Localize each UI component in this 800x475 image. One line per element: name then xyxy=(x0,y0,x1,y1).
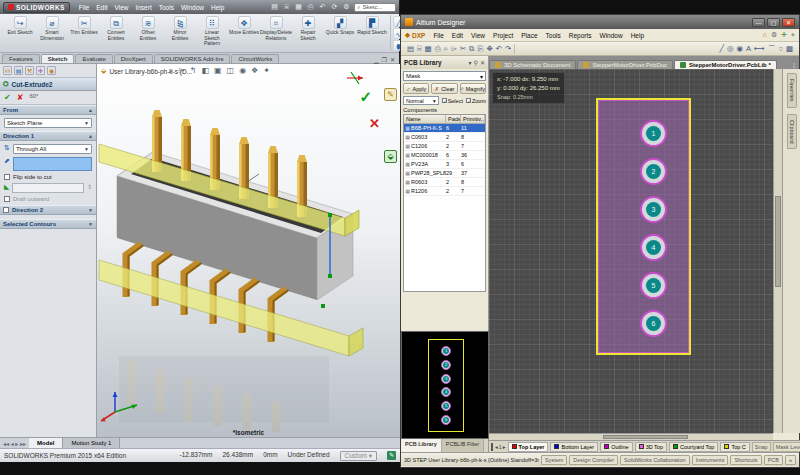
ribbon-tab[interactable]: DimXpert xyxy=(114,54,153,63)
maximize-button[interactable]: ▢ xyxy=(767,18,780,27)
pad-icon[interactable]: ◎ xyxy=(727,44,734,53)
toolbar-button[interactable]: ✂ Trim Entities xyxy=(69,16,99,36)
side-panel-tab[interactable]: Clipboard xyxy=(787,114,797,150)
panel-access-button[interactable]: » xyxy=(785,455,796,465)
ribbon-tab[interactable]: Sketch xyxy=(41,54,75,63)
layer-tab[interactable]: Outline xyxy=(600,442,632,452)
menu-item[interactable]: Reports xyxy=(569,32,592,39)
dxp-menu[interactable]: ◆ DXP xyxy=(405,31,425,39)
pad[interactable]: 1 xyxy=(640,120,667,147)
minimize-button[interactable]: — xyxy=(752,18,765,27)
save-icon[interactable]: ▦ xyxy=(294,3,303,11)
chevron-down-icon[interactable]: ▾ xyxy=(469,59,472,66)
document-tab[interactable]: 3D Schematic Document xyxy=(489,60,576,69)
print-icon[interactable]: ⎙ xyxy=(306,3,315,11)
tab-scroll-arrows[interactable]: ◂◂ ◂ ▸ ▸▸ xyxy=(0,440,29,447)
arc-icon[interactable]: ⌒ xyxy=(768,44,776,54)
restore-icon[interactable]: ❐ xyxy=(382,56,387,63)
layer-tab[interactable]: Courtyard Top xyxy=(669,442,718,452)
new-icon[interactable]: ▤ xyxy=(270,3,279,11)
menu-item[interactable]: Tools xyxy=(546,32,561,39)
sketch-exit-corner-icon[interactable]: ✎ xyxy=(384,88,397,101)
toolbar-button[interactable]: ⧉ Convert Entities xyxy=(101,16,131,41)
menu-item[interactable]: Window xyxy=(600,32,623,39)
menu-item[interactable]: View xyxy=(471,32,485,39)
toolbar-button[interactable]: ↪ Exit Sketch xyxy=(5,16,35,36)
select-checkbox[interactable]: ✓ Select xyxy=(442,98,463,104)
menu-item[interactable]: Insert xyxy=(135,4,151,11)
ribbon-tab[interactable]: Evaluate xyxy=(75,54,112,63)
reverse-direction-icon[interactable]: ⇅ xyxy=(4,144,10,152)
line-icon[interactable]: ╱ xyxy=(719,44,724,53)
graphics-viewport[interactable]: ⬙ User Library-b6b-ph-k-s (D... ⌕⌲↰◧▣◫◉❖… xyxy=(97,64,400,437)
layer-tab[interactable]: 3D Top xyxy=(635,442,667,452)
apply-button[interactable]: ✓ Apply xyxy=(403,83,429,94)
toolbar-button[interactable]: ≋ Offset Entities xyxy=(133,16,163,41)
document-tab[interactable]: StepperMotorDriver.PcbDoc xyxy=(577,60,673,69)
copy-icon[interactable]: ⧉ xyxy=(469,44,474,54)
magnify-button[interactable]: ⌕ Magnify xyxy=(460,83,486,94)
pad[interactable]: 5 xyxy=(640,272,667,299)
undo-icon[interactable]: ↶ xyxy=(318,3,327,11)
model-tab[interactable]: Motion Study 1 xyxy=(63,438,120,448)
paste-icon[interactable]: ⎘ xyxy=(477,44,483,54)
arrange-icon[interactable]: ✛ xyxy=(781,31,787,39)
configuration-tab-icon[interactable]: ⚒ xyxy=(25,66,34,75)
component-row[interactable]: ▦ B6B-PH-K-S 6 11 xyxy=(404,124,485,133)
move-icon[interactable]: ✥ xyxy=(486,44,492,53)
menu-item[interactable]: Tools xyxy=(159,4,174,11)
model-tab[interactable]: Model xyxy=(29,438,63,448)
pin-icon[interactable]: ⚲ xyxy=(474,59,478,66)
menu-item[interactable]: Project xyxy=(493,32,513,39)
close-icon[interactable]: ✕ xyxy=(480,59,485,66)
toolbar-button[interactable]: ▛ Rapid Sketch xyxy=(357,16,387,36)
document-tab[interactable]: StepperMotorDriver.PcbLib * xyxy=(674,60,777,69)
draft-icon[interactable]: ◣ xyxy=(4,183,9,191)
layer-bar-button[interactable]: Mask Level xyxy=(773,442,800,452)
toolbar-button[interactable]: ✚ Repair Sketch xyxy=(293,16,323,41)
side-panel-tab[interactable]: Favorites xyxy=(787,73,797,108)
pcb-editor-canvas[interactable]: x: -7.000 dx: 9.250 mm y: 0.000 dy: 26.2… xyxy=(489,69,773,433)
menu-item[interactable]: Edit xyxy=(96,4,107,11)
layer-tab[interactable]: Top C xyxy=(720,442,749,452)
panel-access-button[interactable]: Shortcuts xyxy=(730,455,761,465)
menu-item[interactable]: Place xyxy=(521,32,537,39)
clear-button[interactable]: ✗ Clear xyxy=(431,83,457,94)
menu-item[interactable]: Help xyxy=(211,4,224,11)
rebuild-icon[interactable]: ⟳ xyxy=(330,3,339,11)
component-row[interactable]: ▦ PV23A 3 6 xyxy=(404,160,485,169)
direction1-section-header[interactable]: Direction 1 ▲ xyxy=(0,131,96,141)
pcb-library-panel-header[interactable]: PCB Library ▾ ⚲ ✕ xyxy=(401,56,489,69)
options-icon[interactable]: ⚙ xyxy=(342,3,351,11)
open-icon[interactable]: ⌸ xyxy=(282,3,291,11)
open-icon[interactable]: ⌸ xyxy=(417,44,422,54)
canvas-horizontal-scrollbar[interactable] xyxy=(489,433,773,440)
circle-icon[interactable]: ○ xyxy=(778,44,783,53)
end-condition-dropdown[interactable]: Through All ▼ xyxy=(13,144,92,154)
zoom-area-icon[interactable]: ⌲ xyxy=(451,44,457,54)
panel-access-button[interactable]: PCB xyxy=(764,455,783,465)
component-row[interactable]: ▦ C1206 2 7 xyxy=(404,142,485,151)
tab-overflow-icon[interactable]: ⁞ xyxy=(789,62,799,69)
confirm-ok-button[interactable]: ✓ xyxy=(359,88,372,106)
menu-item[interactable]: Edit xyxy=(452,32,463,39)
ribbon-tab[interactable]: CircuitWorks xyxy=(231,54,279,63)
footprint-body[interactable]: 1 2 3 4 5 xyxy=(596,98,691,355)
flip-side-checkbox[interactable]: Flip side to cut xyxy=(4,174,92,180)
panel-tab[interactable]: PCB Library xyxy=(401,439,442,452)
pad[interactable]: 4 xyxy=(640,234,667,261)
ribbon-tab[interactable]: SOLIDWORKS Add-Ins xyxy=(154,54,231,63)
panel-access-button[interactable]: Design Compiler xyxy=(569,455,618,465)
print-icon[interactable]: ⎙ xyxy=(435,44,441,54)
direction2-section-header[interactable]: Direction 2 ▼ xyxy=(0,205,96,215)
layer-tab[interactable]: Bottom Layer xyxy=(550,442,598,452)
toolbar-button[interactable]: ⠿ Linear Sketch Pattern xyxy=(197,16,227,47)
arrow-right-icon[interactable]: ▸ xyxy=(503,444,506,450)
instant3d-corner-icon[interactable]: ⬙ xyxy=(384,150,397,163)
ribbon-tab[interactable]: Features xyxy=(2,54,40,63)
from-dropdown[interactable]: Sketch Plane ▼ xyxy=(4,118,92,128)
units-dropdown[interactable]: Custom ▾ xyxy=(340,451,377,461)
menu-item[interactable]: Window xyxy=(181,4,204,11)
toolbar-button[interactable]: ⌗ Display/Delete Relations xyxy=(261,16,291,41)
menu-item[interactable]: File xyxy=(79,4,89,11)
